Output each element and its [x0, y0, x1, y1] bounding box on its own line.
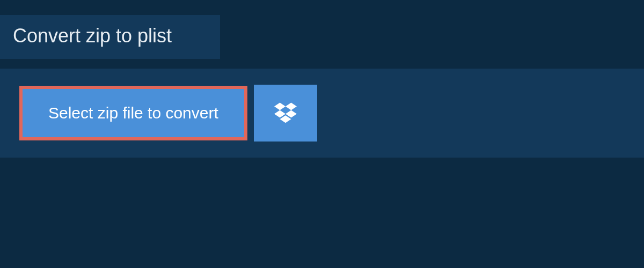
upload-panel: Select zip file to convert	[0, 69, 644, 158]
dropbox-icon	[274, 101, 297, 125]
dropbox-button[interactable]	[254, 85, 317, 142]
select-file-button-label: Select zip file to convert	[48, 104, 218, 122]
page-title: Convert zip to plist	[0, 15, 220, 59]
page-title-text: Convert zip to plist	[13, 25, 172, 47]
select-file-button[interactable]: Select zip file to convert	[19, 86, 247, 140]
